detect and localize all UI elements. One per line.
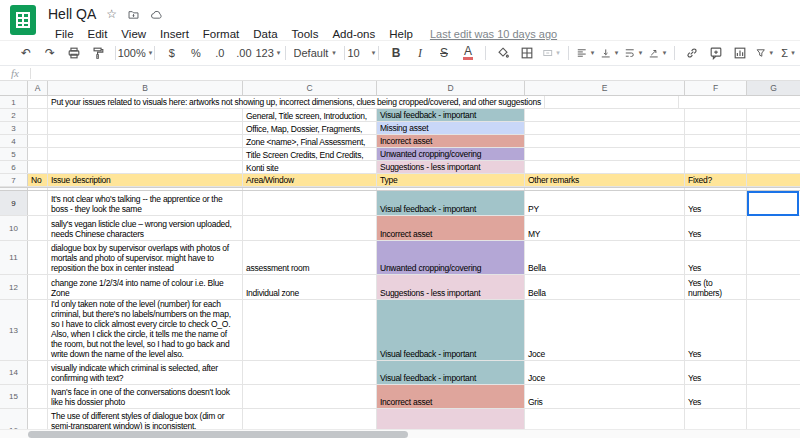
cell-b2[interactable]	[48, 109, 243, 121]
font-size-select[interactable]: 10▾	[352, 43, 370, 63]
cell-d2[interactable]: Visual feedback - important	[377, 109, 525, 121]
select-all-corner[interactable]	[0, 81, 28, 96]
paint-format-icon[interactable]	[89, 43, 107, 63]
cell-b12[interactable]: change zone 1/2/3/4 into name of colour …	[48, 275, 243, 299]
text-wrap-icon[interactable]: ▾	[624, 43, 642, 63]
cell-a10[interactable]	[28, 216, 48, 240]
cell-d11[interactable]: Unwanted cropping/covering	[377, 241, 525, 274]
row-number-6[interactable]: 6	[0, 161, 28, 173]
row-number-5[interactable]: 5	[0, 148, 28, 160]
cell-e5[interactable]	[525, 148, 685, 160]
horizontal-align-icon[interactable]: ▾	[576, 43, 594, 63]
cell-e6[interactable]	[525, 161, 685, 173]
cell-f11[interactable]: Yes	[685, 241, 747, 274]
cell-c14[interactable]	[243, 361, 377, 384]
row-number-12[interactable]: 12	[0, 275, 28, 299]
cell-f13[interactable]: Yes	[685, 300, 747, 360]
cell-d13[interactable]: Visual feedback - important	[377, 300, 525, 360]
row-number-9[interactable]: 9	[0, 191, 28, 215]
row-number-10[interactable]: 10	[0, 216, 28, 240]
row-number-13[interactable]: 13	[0, 300, 28, 360]
menu-edit[interactable]: Edit	[81, 28, 115, 40]
cell-f7[interactable]: Fixed?	[685, 174, 747, 186]
cell-d5[interactable]: Unwanted cropping/covering	[377, 148, 525, 160]
strikethrough-button[interactable]: S	[435, 43, 453, 63]
text-color-button[interactable]: A	[459, 43, 477, 63]
cell-b4[interactable]	[48, 135, 243, 147]
cell-d9[interactable]: Visual feedback - important	[377, 191, 525, 215]
insert-link-icon[interactable]	[683, 43, 701, 63]
cell-g15[interactable]	[747, 385, 800, 408]
cell-c13[interactable]	[243, 300, 377, 360]
increase-decimals-button[interactable]: .00	[235, 43, 253, 63]
cell-a7[interactable]: No	[28, 174, 48, 186]
cell-e2[interactable]	[525, 109, 685, 121]
cell-f12[interactable]: Yes (to numbers)	[685, 275, 747, 299]
cell-g5[interactable]	[747, 148, 800, 160]
col-header-b[interactable]: B	[48, 81, 243, 96]
selected-cell-outline[interactable]	[747, 191, 799, 216]
cell-g2[interactable]	[747, 109, 800, 121]
redo-icon[interactable]: ↷	[41, 43, 59, 63]
cell-g12[interactable]	[747, 275, 800, 299]
hidden-row-8-gutter[interactable]	[0, 188, 28, 190]
cell-f10[interactable]: Yes	[685, 216, 747, 240]
cell-g3[interactable]	[747, 122, 800, 134]
cell-f5[interactable]	[685, 148, 747, 160]
menu-help[interactable]: Help	[382, 28, 420, 40]
menu-view[interactable]: View	[114, 28, 153, 40]
more-formats-button[interactable]: 123▾	[259, 43, 277, 63]
cell-d12[interactable]: Suggestions - less important	[377, 275, 525, 299]
cell-f2[interactable]	[685, 109, 747, 121]
cell-d7[interactable]: Type	[377, 174, 525, 186]
col-header-g[interactable]: G	[747, 81, 800, 96]
cell-b7[interactable]: Issue description	[48, 174, 243, 186]
col-header-a[interactable]: A	[28, 81, 48, 96]
format-currency-button[interactable]: $	[163, 43, 181, 63]
menu-file[interactable]: File	[48, 28, 81, 40]
cell-c1[interactable]	[545, 96, 679, 108]
cell-a9[interactable]	[28, 191, 48, 215]
merge-cells-icon[interactable]: ▾	[542, 43, 560, 63]
menu-format[interactable]: Format	[196, 28, 246, 40]
decrease-decimals-button[interactable]: .0	[211, 43, 229, 63]
menu-addons[interactable]: Add-ons	[325, 28, 382, 40]
cell-f4[interactable]	[685, 135, 747, 147]
row-number-3[interactable]: 3	[0, 122, 28, 134]
cell-a1[interactable]	[28, 96, 48, 108]
cell-a13[interactable]	[28, 300, 48, 360]
italic-button[interactable]: I	[411, 43, 429, 63]
cell-c15[interactable]	[243, 385, 377, 408]
cell-c9[interactable]	[243, 191, 377, 215]
cell-d4[interactable]: Incorrect asset	[377, 135, 525, 147]
filter-icon[interactable]: ▾	[755, 43, 773, 63]
cell-a2[interactable]	[28, 109, 48, 121]
col-header-e[interactable]: E	[525, 81, 685, 96]
cell-g11[interactable]	[747, 241, 800, 274]
horizontal-scrollbar-thumb[interactable]	[28, 431, 408, 438]
print-icon[interactable]	[65, 43, 83, 63]
cell-d6[interactable]: Suggestions - less important	[377, 161, 525, 173]
cell-f15[interactable]: Yes	[685, 385, 747, 408]
row-number-7[interactable]: 7	[0, 174, 28, 186]
cell-c7[interactable]: Area/Window	[243, 174, 377, 186]
cell-f6[interactable]	[685, 161, 747, 173]
cell-e10[interactable]: MY	[525, 216, 685, 240]
font-select[interactable]: Default (Ari...▾	[294, 43, 336, 63]
cell-g10[interactable]	[747, 216, 800, 240]
cell-a12[interactable]	[28, 275, 48, 299]
row-number-11[interactable]: 11	[0, 241, 28, 274]
row-number-2[interactable]: 2	[0, 109, 28, 121]
cell-b1[interactable]: Put your issues related to visuals here:…	[48, 96, 545, 108]
vertical-align-icon[interactable]: ▾	[600, 43, 618, 63]
cell-a4[interactable]	[28, 135, 48, 147]
cell-a3[interactable]	[28, 122, 48, 134]
menu-data[interactable]: Data	[246, 28, 284, 40]
format-percent-button[interactable]: %	[187, 43, 205, 63]
formula-input[interactable]	[31, 66, 800, 80]
insert-comment-icon[interactable]	[707, 43, 725, 63]
cell-e7[interactable]: Other remarks	[525, 174, 685, 186]
row-number-4[interactable]: 4	[0, 135, 28, 147]
col-header-c[interactable]: C	[243, 81, 377, 96]
horizontal-scrollbar[interactable]	[0, 429, 800, 438]
